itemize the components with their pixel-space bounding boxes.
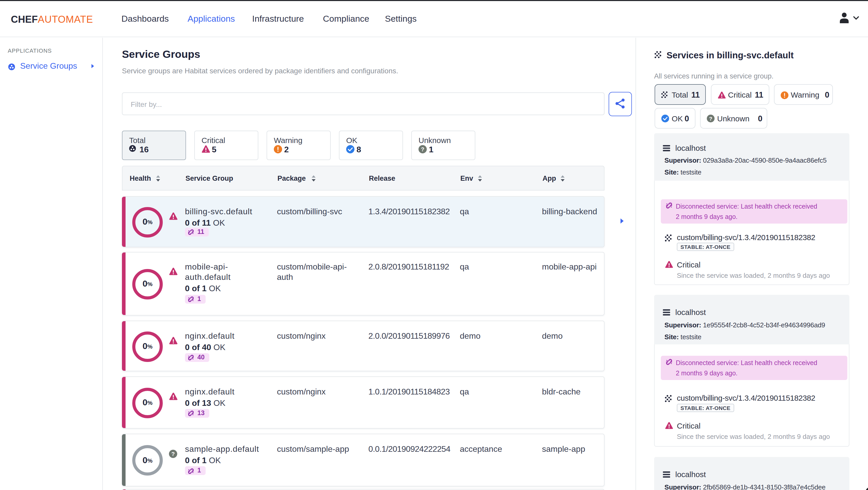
svg-text:?: ?	[709, 116, 712, 122]
svg-text:?: ?	[421, 146, 424, 153]
svg-text:?: ?	[171, 451, 175, 457]
